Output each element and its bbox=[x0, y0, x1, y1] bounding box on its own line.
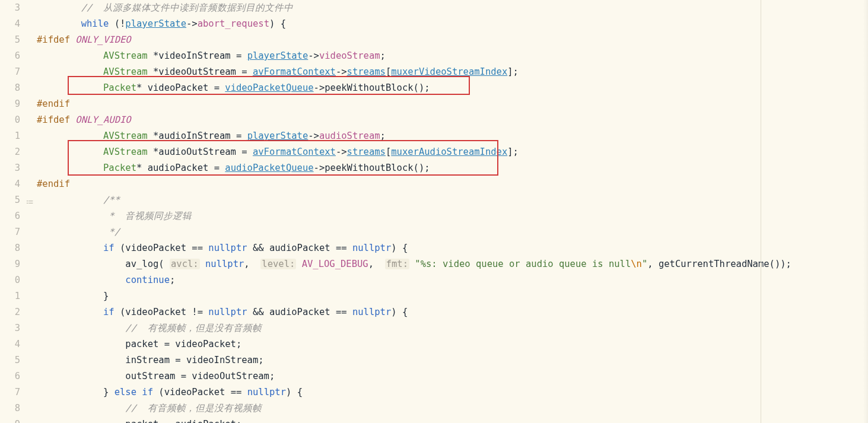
line-number: 4 bbox=[0, 176, 20, 192]
code-line[interactable]: // 从源多媒体文件中读到音频数据到目的文件中 bbox=[37, 0, 868, 16]
code-line[interactable]: av_log( avcl: nullptr, level: AV_LOG_DEB… bbox=[37, 256, 868, 272]
code-line[interactable]: if (videoPacket != nullptr && audioPacke… bbox=[37, 304, 868, 320]
line-number: 4 bbox=[0, 336, 20, 352]
line-number: 1 bbox=[0, 288, 20, 304]
code-line[interactable]: } bbox=[37, 288, 868, 304]
code-line[interactable]: Packet* videoPacket = videoPacketQueue->… bbox=[37, 80, 868, 96]
line-number: 9 bbox=[0, 256, 20, 272]
code-line[interactable]: outStream = videoOutStream; bbox=[37, 368, 868, 384]
code-line[interactable]: inStream = videoInStream; bbox=[37, 352, 868, 368]
code-area[interactable]: // 从源多媒体文件中读到音频数据到目的文件中 while (!playerSt… bbox=[37, 0, 868, 423]
gutter-icons bbox=[24, 0, 37, 423]
line-number: 5 bbox=[0, 192, 20, 208]
code-line[interactable]: AVStream *audioOutStream = avFormatConte… bbox=[37, 144, 868, 160]
line-number: 3 bbox=[0, 160, 20, 176]
code-line[interactable]: AVStream *videoInStream = playerState->v… bbox=[37, 48, 868, 64]
param-hint: level: bbox=[260, 259, 296, 269]
line-number: 9 bbox=[0, 96, 20, 112]
code-line[interactable]: #ifdef ONLY_VIDEO bbox=[37, 32, 868, 48]
code-line[interactable]: // 有音频帧，但是没有视频帧 bbox=[37, 400, 868, 416]
line-number: 0 bbox=[0, 272, 20, 288]
line-number: 5 bbox=[0, 352, 20, 368]
line-number: 6 bbox=[0, 208, 20, 224]
right-margin-guide bbox=[761, 0, 761, 423]
code-line[interactable]: } else if (videoPacket == nullptr) { bbox=[37, 384, 868, 400]
code-line[interactable]: if (videoPacket == nullptr && audioPacke… bbox=[37, 240, 868, 256]
code-line[interactable]: Packet* audioPacket = audioPacketQueue->… bbox=[37, 160, 868, 176]
param-hint: avcl: bbox=[170, 259, 200, 269]
line-number: 2 bbox=[0, 304, 20, 320]
line-number: 9 bbox=[0, 416, 20, 423]
param-hint: fmt: bbox=[385, 259, 409, 269]
svg-rect-1 bbox=[28, 201, 33, 201]
line-number: 3 bbox=[0, 0, 20, 16]
code-line[interactable]: #endif bbox=[37, 176, 868, 192]
code-line[interactable]: packet = videoPacket; bbox=[37, 336, 868, 352]
code-line[interactable]: AVStream *audioInStream = playerState->a… bbox=[37, 128, 868, 144]
code-line[interactable]: // 有视频帧，但是没有音频帧 bbox=[37, 320, 868, 336]
line-number: 3 bbox=[0, 320, 20, 336]
svg-rect-0 bbox=[27, 201, 28, 201]
code-line[interactable]: while (!playerState->abort_request) { bbox=[37, 16, 868, 32]
line-number-gutter: 3 4 5 6 7 8 9 0 1 2 3 4 5 6 7 8 9 0 1 2 … bbox=[0, 0, 24, 423]
line-number: 1 bbox=[0, 128, 20, 144]
code-editor[interactable]: 3 4 5 6 7 8 9 0 1 2 3 4 5 6 7 8 9 0 1 2 … bbox=[0, 0, 868, 423]
line-number: 2 bbox=[0, 144, 20, 160]
line-number: 8 bbox=[0, 240, 20, 256]
line-number: 8 bbox=[0, 80, 20, 96]
line-number: 6 bbox=[0, 48, 20, 64]
fold-icon[interactable] bbox=[26, 196, 34, 204]
minimap-edge bbox=[863, 0, 868, 423]
line-number: 5 bbox=[0, 32, 20, 48]
line-number: 8 bbox=[0, 400, 20, 416]
line-number: 7 bbox=[0, 64, 20, 80]
code-line[interactable]: packet = audioPacket: bbox=[37, 416, 868, 423]
code-line[interactable]: AVStream *videoOutStream = avFormatConte… bbox=[37, 64, 868, 80]
code-line[interactable]: * 音视频同步逻辑 bbox=[37, 208, 868, 224]
line-number: 7 bbox=[0, 224, 20, 240]
line-number: 4 bbox=[0, 16, 20, 32]
svg-rect-3 bbox=[28, 203, 33, 203]
code-line[interactable]: #endif bbox=[37, 96, 868, 112]
code-line[interactable]: /** bbox=[37, 192, 868, 208]
code-line[interactable]: continue; bbox=[37, 272, 868, 288]
code-line[interactable]: #ifdef ONLY_AUDIO bbox=[37, 112, 868, 128]
line-number: 7 bbox=[0, 384, 20, 400]
line-number: 0 bbox=[0, 112, 20, 128]
code-line[interactable]: */ bbox=[37, 224, 868, 240]
svg-rect-2 bbox=[27, 203, 28, 203]
line-number: 6 bbox=[0, 368, 20, 384]
